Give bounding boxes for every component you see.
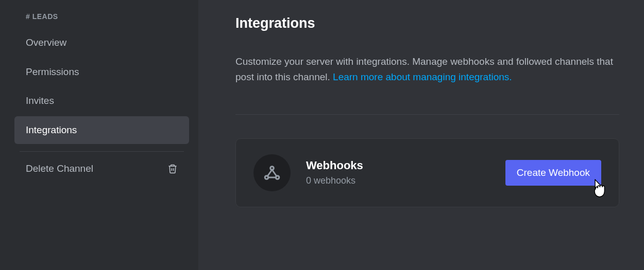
- create-webhook-label: Create Webhook: [517, 167, 590, 178]
- page-description: Customize your server with integrations.…: [235, 54, 617, 85]
- webhooks-card: Webhooks 0 webhooks Create Webhook: [235, 138, 619, 207]
- create-webhook-button[interactable]: Create Webhook: [505, 160, 601, 186]
- sidebar: # LEADS Overview Permissions Invites Int…: [0, 0, 198, 270]
- webhook-icon-circle: [253, 154, 291, 191]
- learn-more-link[interactable]: Learn more about managing integrations.: [333, 71, 512, 82]
- sidebar-item-label: Invites: [26, 95, 54, 106]
- delete-channel-button[interactable]: Delete Channel: [14, 156, 189, 182]
- cursor-pointer-icon: [590, 177, 607, 198]
- trash-icon: [167, 163, 178, 174]
- page-title: Integrations: [235, 15, 619, 31]
- content-divider: [235, 114, 619, 115]
- sidebar-item-integrations[interactable]: Integrations: [14, 116, 189, 145]
- webhooks-text: Webhooks 0 webhooks: [306, 159, 505, 186]
- channel-label: # LEADS: [14, 12, 189, 21]
- delete-channel-label: Delete Channel: [26, 163, 93, 174]
- sidebar-item-invites[interactable]: Invites: [14, 87, 189, 115]
- webhook-icon: [263, 164, 281, 182]
- sidebar-item-label: Overview: [26, 37, 66, 48]
- sidebar-item-label: Permissions: [26, 66, 79, 77]
- sidebar-item-overview[interactable]: Overview: [14, 29, 189, 57]
- sidebar-item-permissions[interactable]: Permissions: [14, 58, 189, 86]
- main-content: Integrations Customize your server with …: [198, 0, 644, 270]
- webhooks-subtitle: 0 webhooks: [306, 175, 505, 186]
- sidebar-item-label: Integrations: [26, 124, 77, 135]
- webhooks-title: Webhooks: [306, 159, 505, 172]
- sidebar-divider: [20, 151, 184, 152]
